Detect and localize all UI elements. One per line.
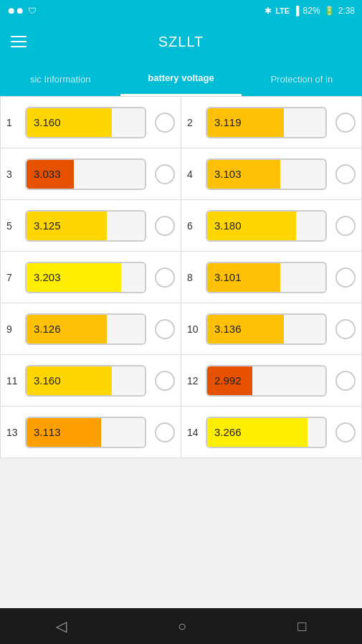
battery-bar-12: 2.992 <box>206 365 327 397</box>
battery-value-8: 3.101 <box>207 271 242 283</box>
battery-cell-11: 11 3.160 <box>1 355 181 407</box>
tab-bar: sic Information battery voltage Protecti… <box>0 62 362 96</box>
status-left-icons: ⏺⏺ 🛡 <box>7 6 37 16</box>
status-bar: ⏺⏺ 🛡 ✱ LTE ▐ 82% 🔋 2:38 <box>0 0 362 22</box>
cell-number-3: 3 <box>6 169 19 180</box>
cell-number-12: 12 <box>187 375 200 387</box>
battery-cell-2: 2 3.119 <box>181 97 362 148</box>
battery-terminal-8 <box>335 267 356 288</box>
bottom-navigation: ◁ ○ □ <box>0 608 362 644</box>
battery-cell-6: 6 3.180 <box>181 200 362 252</box>
cell-number-14: 14 <box>187 427 200 438</box>
battery-grid: 1 3.160 2 3.119 3 3.033 4 3.1 <box>0 96 362 458</box>
battery-value-4: 3.103 <box>207 168 242 180</box>
battery-terminal-9 <box>155 319 175 339</box>
back-button[interactable]: ◁ <box>56 617 67 635</box>
cell-number-10: 10 <box>187 323 200 335</box>
cell-number-1: 1 <box>6 117 19 128</box>
cell-number-11: 11 <box>6 375 19 387</box>
battery-icon: 🔋 <box>324 6 335 16</box>
status-right-icons: ✱ LTE ▐ 82% 🔋 2:38 <box>265 6 355 16</box>
hamburger-line-3 <box>11 46 27 47</box>
battery-bar-5: 3.125 <box>25 210 146 242</box>
battery-bar-3: 3.033 <box>25 158 146 190</box>
battery-bar-2: 3.119 <box>206 107 327 138</box>
header: SZLLT <box>0 22 362 62</box>
signal-icon: ▐ <box>293 6 300 16</box>
hamburger-line-1 <box>11 36 27 37</box>
tab-basic-information[interactable]: sic Information <box>0 62 120 96</box>
bluetooth-icon: ✱ <box>265 6 272 16</box>
battery-terminal-5 <box>155 216 175 236</box>
home-button[interactable]: ○ <box>178 618 186 635</box>
cell-number-2: 2 <box>187 117 200 128</box>
battery-bar-4: 3.103 <box>206 158 327 190</box>
battery-bar-14: 3.266 <box>206 417 327 448</box>
battery-value-11: 3.160 <box>27 374 61 387</box>
cell-number-5: 5 <box>6 220 19 232</box>
tab-battery-voltage[interactable]: battery voltage <box>120 62 241 96</box>
battery-value-6: 3.180 <box>207 219 242 232</box>
battery-bar-6: 3.180 <box>206 210 327 242</box>
battery-value-14: 3.266 <box>207 426 242 438</box>
battery-terminal-2 <box>335 113 356 133</box>
tab-basic-label: sic Information <box>30 74 91 85</box>
battery-value-9: 3.126 <box>27 323 61 335</box>
battery-cell-13: 13 3.113 <box>1 407 181 458</box>
lte-icon: LTE <box>275 6 290 15</box>
battery-cell-14: 14 3.266 <box>181 407 362 458</box>
battery-terminal-14 <box>335 422 356 442</box>
battery-terminal-12 <box>335 371 356 391</box>
battery-terminal-3 <box>155 164 175 184</box>
battery-cell-1: 1 3.160 <box>1 97 181 148</box>
battery-terminal-1 <box>155 113 175 133</box>
battery-value-13: 3.113 <box>27 426 61 438</box>
battery-terminal-10 <box>335 319 356 339</box>
battery-terminal-13 <box>155 422 175 442</box>
battery-value-1: 3.160 <box>27 116 61 128</box>
battery-cell-12: 12 2.992 <box>181 355 362 407</box>
battery-terminal-4 <box>335 164 356 184</box>
content-area: 1 3.160 2 3.119 3 3.033 4 3.1 <box>0 96 362 458</box>
battery-cell-4: 4 3.103 <box>181 148 362 200</box>
shield-icon: 🛡 <box>28 6 37 16</box>
battery-value-7: 3.203 <box>27 271 61 283</box>
battery-value-10: 3.136 <box>207 323 242 335</box>
hamburger-menu[interactable] <box>11 36 27 47</box>
battery-bar-13: 3.113 <box>25 417 146 448</box>
tab-voltage-label: battery voltage <box>148 72 214 83</box>
battery-cell-5: 5 3.125 <box>1 200 181 252</box>
battery-cell-8: 8 3.101 <box>181 252 362 303</box>
tab-protection-label: Protection of in <box>270 74 333 85</box>
hamburger-line-2 <box>11 41 27 42</box>
battery-cell-3: 3 3.033 <box>1 148 181 200</box>
clock: 2:38 <box>338 6 355 16</box>
battery-value-2: 3.119 <box>207 116 242 128</box>
battery-bar-9: 3.126 <box>25 313 146 345</box>
cell-number-9: 9 <box>6 323 19 335</box>
battery-value-12: 2.992 <box>207 374 242 387</box>
battery-terminal-11 <box>155 371 175 391</box>
cell-number-6: 6 <box>187 220 200 232</box>
battery-value-3: 3.033 <box>27 168 61 180</box>
battery-bar-7: 3.203 <box>25 262 146 293</box>
cell-number-4: 4 <box>187 169 200 180</box>
battery-bar-10: 3.136 <box>206 313 327 345</box>
battery-value-5: 3.125 <box>27 219 61 232</box>
tab-protection[interactable]: Protection of in <box>242 62 362 96</box>
battery-bar-11: 3.160 <box>25 365 146 397</box>
battery-cell-10: 10 3.136 <box>181 303 362 355</box>
battery-terminal-7 <box>155 267 175 288</box>
battery-terminal-6 <box>335 216 356 236</box>
cell-number-8: 8 <box>187 272 200 283</box>
app-title: SZLLT <box>158 34 204 50</box>
battery-level: 82% <box>303 6 320 16</box>
cell-number-13: 13 <box>6 427 19 438</box>
battery-bar-1: 3.160 <box>25 107 146 138</box>
battery-cell-7: 7 3.203 <box>1 252 181 303</box>
battery-cell-9: 9 3.126 <box>1 303 181 355</box>
battery-bar-8: 3.101 <box>206 262 327 293</box>
cell-number-7: 7 <box>6 272 19 283</box>
voicemail-icon: ⏺⏺ <box>7 6 24 16</box>
recent-button[interactable]: □ <box>297 618 306 635</box>
